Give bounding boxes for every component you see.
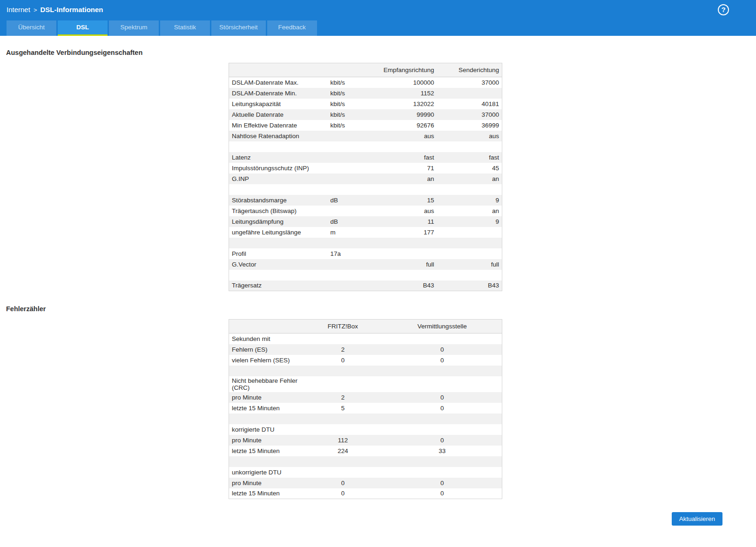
cell-tx: B43 <box>437 280 502 291</box>
help-icon[interactable]: ? <box>718 4 729 15</box>
cell-label: ungefähre Leitungslänge <box>229 227 328 238</box>
cell-rx <box>363 270 437 280</box>
tab-uebersicht[interactable]: Übersicht <box>7 20 56 36</box>
cell-unit: kbit/s <box>328 120 363 131</box>
cell-rx <box>363 184 437 195</box>
cell-fb <box>304 376 383 392</box>
table-row: letzte 15 Minuten00 <box>229 488 502 499</box>
breadcrumb-internet[interactable]: Internet <box>7 6 30 13</box>
cell-rx: 132022 <box>363 99 437 109</box>
table-row: LeitungsdämpfungdB119 <box>229 216 502 227</box>
tab-bar: ÜbersichtDSLSpektrumStatistikStörsicherh… <box>0 19 756 36</box>
column-header-empty <box>229 63 328 77</box>
table-row <box>229 456 502 467</box>
cell-label <box>229 414 304 424</box>
cell-tx: 9 <box>437 195 502 206</box>
breadcrumb: Internet > DSL-Informationen <box>7 6 103 13</box>
error-table-zone: FRITZ!Box Vermittlungsstelle Sekunden mi… <box>229 319 502 499</box>
cell-unit <box>328 163 363 173</box>
cell-fb <box>304 467 383 478</box>
cell-fb: 112 <box>304 435 383 446</box>
tab-dsl[interactable]: DSL <box>58 20 108 36</box>
cell-vst <box>383 334 502 344</box>
cell-vst: 0 <box>383 435 502 446</box>
cell-label <box>229 270 328 280</box>
cell-unit <box>328 131 363 141</box>
cell-tx: fast <box>437 152 502 163</box>
cell-label: Nahtlose Ratenadaption <box>229 131 328 141</box>
main-content: Ausgehandelte Verbindungseigenschaften E… <box>0 36 756 499</box>
tab-statistik[interactable]: Statistik <box>160 20 210 36</box>
breadcrumb-separator-icon: > <box>34 7 37 13</box>
cell-label: Trägersatz <box>229 280 328 291</box>
cell-unit <box>328 206 363 216</box>
cell-fb: 224 <box>304 446 383 456</box>
cell-label: pro Minute <box>229 435 304 446</box>
table-row: Fehlern (ES)20 <box>229 344 502 355</box>
cell-unit <box>328 184 363 195</box>
cell-vst: 0 <box>383 355 502 366</box>
table-row: Nicht behebbare Fehler (CRC) <box>229 376 502 392</box>
table-row: Trägertausch (Bitswap)ausan <box>229 206 502 216</box>
column-header-vermittlungsstelle: Vermittlungsstelle <box>383 320 502 334</box>
cell-vst <box>383 414 502 424</box>
table-row: Aktuelle Datenratekbit/s9999037000 <box>229 109 502 120</box>
cell-label <box>229 366 304 376</box>
table-row <box>229 184 502 195</box>
connection-table-zone: Empfangsrichtung Senderichtung DSLAM-Dat… <box>229 63 502 291</box>
tab-stoersicherheit[interactable]: Störsicherheit <box>211 20 266 36</box>
cell-rx: 11 <box>363 216 437 227</box>
table-row: pro Minute20 <box>229 392 502 403</box>
error-counter-table: FRITZ!Box Vermittlungsstelle Sekunden mi… <box>229 319 502 499</box>
table-row <box>229 238 502 248</box>
cell-vst: 0 <box>383 344 502 355</box>
cell-label: Impulsstörungsschutz (INP) <box>229 163 328 173</box>
cell-unit <box>328 238 363 248</box>
cell-unit <box>328 173 363 184</box>
tab-spektrum[interactable]: Spektrum <box>109 20 159 36</box>
cell-rx: 15 <box>363 195 437 206</box>
cell-label: Min Effektive Datenrate <box>229 120 328 131</box>
cell-rx <box>363 248 437 259</box>
cell-label: pro Minute <box>229 478 304 488</box>
cell-tx: an <box>437 173 502 184</box>
table-row: G.Vectorfullfull <box>229 259 502 270</box>
cell-label: Nicht behebbare Fehler (CRC) <box>229 376 304 392</box>
refresh-button[interactable]: Aktualisieren <box>672 512 722 526</box>
table-row: Impulsstörungsschutz (INP)7145 <box>229 163 502 173</box>
connection-table-body: DSLAM-Datenrate Max.kbit/s10000037000DSL… <box>229 77 502 291</box>
cell-label: pro Minute <box>229 392 304 403</box>
section-title-errors: Fehlerzähler <box>6 305 750 313</box>
cell-tx <box>437 88 502 99</box>
cell-label: letzte 15 Minuten <box>229 446 304 456</box>
table-row: DSLAM-Datenrate Max.kbit/s10000037000 <box>229 77 502 88</box>
cell-label <box>229 456 304 467</box>
cell-fb: 0 <box>304 478 383 488</box>
cell-label: G.INP <box>229 173 328 184</box>
cell-label: G.Vector <box>229 259 328 270</box>
cell-unit <box>328 152 363 163</box>
tab-feedback[interactable]: Feedback <box>267 20 317 36</box>
cell-label: DSLAM-Datenrate Max. <box>229 77 328 88</box>
cell-unit: kbit/s <box>328 77 363 88</box>
cell-label: Profil <box>229 248 328 259</box>
cell-rx: aus <box>363 131 437 141</box>
cell-tx: 37000 <box>437 109 502 120</box>
cell-rx: B43 <box>363 280 437 291</box>
cell-tx <box>437 248 502 259</box>
column-header-empty <box>229 320 304 334</box>
cell-tx: 37000 <box>437 77 502 88</box>
cell-label: letzte 15 Minuten <box>229 488 304 499</box>
cell-fb: 0 <box>304 355 383 366</box>
cell-vst: 0 <box>383 392 502 403</box>
cell-unit: m <box>328 227 363 238</box>
cell-tx <box>437 238 502 248</box>
cell-rx <box>363 238 437 248</box>
cell-label <box>229 141 328 152</box>
table-row: Latenzfastfast <box>229 152 502 163</box>
error-table-body: Sekunden mitFehlern (ES)20vielen Fehlern… <box>229 334 502 499</box>
cell-unit: kbit/s <box>328 99 363 109</box>
cell-rx: 71 <box>363 163 437 173</box>
table-row <box>229 270 502 280</box>
cell-label: Störabstandsmarge <box>229 195 328 206</box>
